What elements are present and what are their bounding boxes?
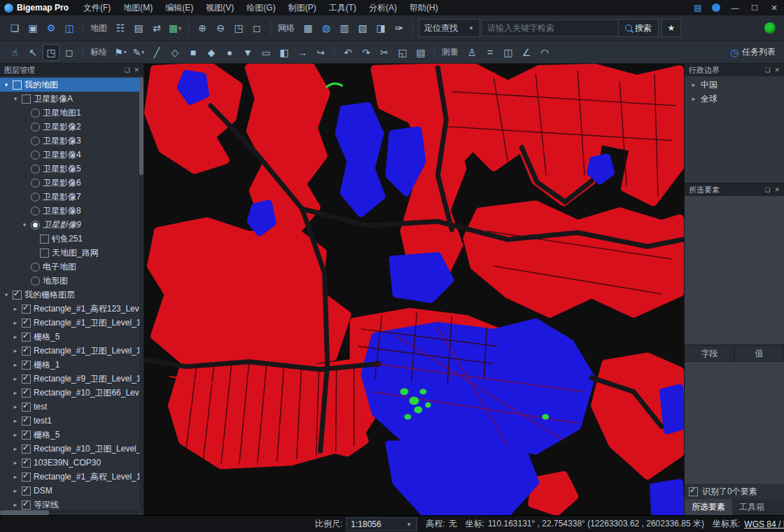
menu-item[interactable]: 帮助(H) (403, 0, 444, 15)
menu-item[interactable]: 绘图(G) (240, 0, 281, 15)
checkbox-checked[interactable] (22, 360, 31, 370)
cut-icon[interactable]: ✂ (376, 44, 393, 61)
draw-arrow-icon[interactable]: → (294, 44, 311, 61)
layer-tree-item[interactable]: ▸DSM (0, 484, 144, 498)
caret-right-icon[interactable]: ▸ (12, 347, 19, 354)
menu-item[interactable]: 编辑(E) (159, 0, 200, 15)
grid-download-icon[interactable]: ▥ (336, 20, 353, 36)
menu-item[interactable]: 视图(V) (200, 0, 240, 15)
layer-tree-item[interactable]: ▾卫星影像A (0, 92, 144, 106)
radio-unchecked[interactable] (31, 122, 40, 132)
caret-down-icon[interactable]: ▾ (3, 81, 10, 88)
keyboard-icon[interactable]: ▤ (689, 3, 707, 13)
attribute-table-icon[interactable]: ▤ (130, 20, 147, 36)
checkbox-unchecked[interactable] (22, 94, 31, 104)
layer-tree-item[interactable]: ▸Rectangle_#1_高程123_Level_14 (0, 302, 144, 316)
layer-tree-item[interactable]: 钓鱼251 (0, 232, 144, 246)
settings-gear-icon[interactable]: ⚙ (43, 20, 59, 36)
zoom-rect-icon[interactable]: ◻ (248, 20, 265, 36)
admin-boundary-item[interactable]: ▸中国 (685, 78, 784, 92)
layer-tree-item[interactable]: ▾我的栅格图层 (0, 288, 144, 302)
layer-tree-item[interactable]: ▸test (0, 400, 144, 414)
caret-down-icon[interactable]: ▾ (3, 291, 10, 298)
undo-icon[interactable]: ↶ (340, 44, 356, 61)
layer-tree-item[interactable]: 卫星影像3 (0, 134, 144, 148)
identify-checkbox[interactable] (689, 487, 698, 496)
layer-tree-item[interactable]: 卫星影像4 (0, 148, 144, 162)
scrollbar-thumb[interactable] (0, 510, 49, 515)
radio-unchecked[interactable] (31, 178, 40, 188)
layer-tree-item[interactable]: 卫星地图1 (0, 106, 144, 120)
layer-tree-item[interactable]: ▸Rectangle_#1_卫图_Level_15 (0, 316, 144, 330)
crs-link[interactable]: WGS 84 / Pseudo-Mercator (744, 519, 784, 529)
radio-unchecked[interactable] (31, 262, 40, 272)
redo-icon[interactable]: ↷ (358, 44, 374, 61)
caret-right-icon[interactable]: ▸ (12, 431, 19, 438)
layer-tree-item[interactable]: ▸栅格_1 (0, 358, 144, 372)
grid-export-icon[interactable]: ▧ (354, 20, 371, 36)
placemark-icon[interactable]: ⚑▾ (112, 44, 129, 61)
radio-unchecked[interactable] (31, 206, 40, 216)
measure-arc-icon[interactable]: ◠ (536, 44, 553, 61)
checkbox-checked[interactable] (22, 304, 31, 314)
radio-unchecked[interactable] (31, 192, 40, 202)
caret-right-icon[interactable]: ▸ (12, 305, 19, 312)
maximize-button[interactable]: ☐ (745, 0, 764, 15)
swap-map-icon[interactable]: ⇄ (148, 20, 165, 36)
map-view[interactable] (144, 64, 684, 515)
select-cursor-icon[interactable]: ↖ (24, 44, 41, 61)
caret-right-icon[interactable]: ▸ (12, 445, 19, 452)
menu-item[interactable]: 工具(T) (323, 0, 363, 15)
draw-pentagon-icon[interactable]: ◆ (203, 44, 220, 61)
draw-polygon-icon[interactable]: ■ (185, 44, 202, 61)
layer-tree-item[interactable]: 卫星影像6 (0, 176, 144, 190)
basemap-combo-icon[interactable]: ▦▾ (167, 20, 183, 36)
task-list-button[interactable]: ◷ 任务列表 (730, 46, 778, 58)
zoom-out-icon[interactable]: ⊖ (212, 20, 229, 36)
checkbox-checked[interactable] (22, 332, 31, 342)
radio-checked[interactable] (31, 220, 40, 230)
admin-boundary-item[interactable]: ▸全球 (685, 92, 784, 106)
draw-cube-icon[interactable]: ◧ (276, 44, 293, 61)
app-grid-icon[interactable]: ◫ (61, 20, 78, 36)
layer-tree-item[interactable]: 卫星影像2 (0, 120, 144, 134)
checkbox-unchecked[interactable] (40, 234, 49, 244)
caret-right-icon[interactable]: ▸ (12, 403, 19, 410)
split-panel-icon[interactable]: ◨ (372, 20, 389, 36)
caret-right-icon[interactable]: ▸ (12, 417, 19, 424)
checkbox-checked[interactable] (13, 290, 22, 300)
undock-panel-icon[interactable]: ❏ (764, 186, 770, 193)
checkbox-checked[interactable] (22, 374, 31, 384)
checkbox-checked[interactable] (22, 472, 31, 482)
messenger-icon[interactable] (712, 4, 720, 12)
draw-rect-icon[interactable]: ▭ (258, 44, 274, 61)
checkbox-unchecked[interactable] (13, 80, 22, 90)
tab-所选要素[interactable]: 所选要素 (685, 499, 732, 515)
layer-tree-item[interactable]: 天地图_路网 (0, 246, 144, 260)
close-button[interactable]: ✕ (764, 0, 784, 15)
checkbox-checked[interactable] (22, 402, 31, 412)
checkbox-checked[interactable] (22, 486, 31, 496)
caret-down-icon[interactable]: ▾ (21, 221, 28, 228)
pan-hand-icon[interactable]: ☝ (6, 44, 23, 61)
checkbox-checked[interactable] (22, 318, 31, 328)
layer-tree-item[interactable]: ▸test1 (0, 414, 144, 428)
undock-panel-icon[interactable]: ❏ (764, 66, 770, 74)
layer-tree-item[interactable]: 卫星影像5 (0, 162, 144, 176)
style-brush-icon[interactable]: ✑ (391, 20, 407, 36)
clear-selection-icon[interactable]: ◻ (61, 44, 78, 61)
tile-grid-icon[interactable]: ▦ (300, 20, 316, 36)
checkbox-unchecked[interactable] (40, 248, 49, 258)
layer-tree-item[interactable]: ▸Rectangle_#10_卫图66_Level_17 (0, 386, 144, 400)
layer-tree-item[interactable]: ▸Rectangle_#1_高程_Level_18 (0, 470, 144, 484)
radio-unchecked[interactable] (31, 276, 40, 286)
close-panel-icon[interactable]: ✕ (774, 66, 780, 74)
draw-circle-icon[interactable]: ● (221, 44, 238, 61)
favorites-button[interactable]: ★ (662, 19, 681, 37)
save-icon[interactable]: ▣ (24, 20, 41, 36)
draw-polyline-icon[interactable]: ◇ (167, 44, 183, 61)
minimize-button[interactable]: — (725, 0, 745, 15)
caret-right-icon[interactable]: ▸ (12, 501, 19, 508)
caret-right-icon[interactable]: ▸ (12, 459, 19, 466)
caret-right-icon[interactable]: ▸ (690, 81, 697, 88)
